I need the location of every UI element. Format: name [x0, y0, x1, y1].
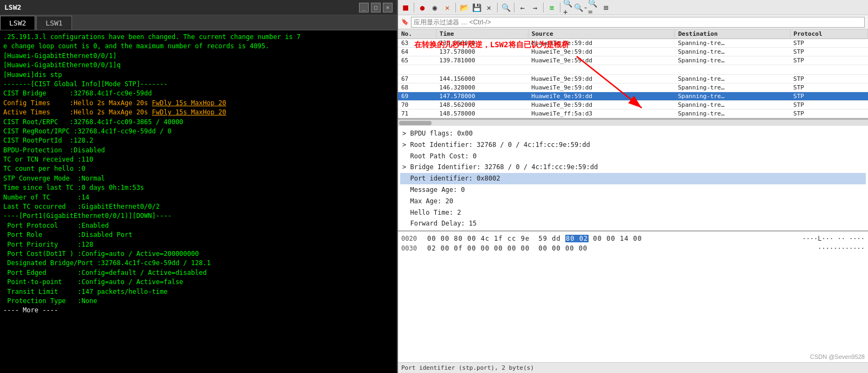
- packet-list: No. Time Source Destination Protocol 631…: [398, 29, 868, 119]
- table-row[interactable]: 63135.390000HuaweiTe_9e:59:ddSpanning-tr…: [398, 39, 868, 48]
- detail-line: Message Age: 0: [400, 184, 866, 196]
- window-controls: _ □ ✕: [359, 3, 393, 12]
- zoom-reset-icon[interactable]: 🔍=: [588, 2, 599, 13]
- watermark: CSDN @Seven9528: [810, 353, 865, 360]
- terminal-line: Transit Limit :147 packets/hello-time: [3, 287, 394, 297]
- wireshark-toolbar: ■ ● ◉ ✕ 📂 💾 ✕ 🔍 ← → ≡ 🔍+ 🔍- 🔍= ⊞: [398, 0, 868, 15]
- terminal-line: CIST RootPortId :128.2: [3, 136, 394, 145]
- table-row[interactable]: 68146.328000HuaweiTe_9e:59:ddSpanning-tr…: [398, 83, 868, 92]
- terminal-line: Port Cost(Dot1T ) :Config=auto / Active=…: [3, 249, 394, 259]
- toolbar-separator: [414, 3, 414, 12]
- terminal-line: [Huawei-GigabitEthernet0/0/1]: [3, 52, 394, 61]
- col-no: No.: [398, 29, 436, 39]
- terminal-output: .25.191.3.l configurations have been cha…: [0, 30, 397, 373]
- tab-lsw2[interactable]: LSW2: [0, 16, 35, 30]
- open-icon[interactable]: 📂: [459, 2, 469, 13]
- table-row[interactable]: 69147.578000HuaweiTe_9e:59:ddSpanning-tr…: [398, 92, 868, 101]
- detail-line: > Root Identifier: 32768 / 0 / 4c:1f:cc:…: [400, 139, 866, 151]
- record-icon[interactable]: ●: [417, 2, 428, 13]
- table-row[interactable]: 65139.781000HuaweiTe_9e:59:ddSpanning-tr…: [398, 56, 868, 65]
- terminal-line: [Huawei-GigabitEthernet0/0/1]q: [3, 61, 394, 70]
- maximize-button[interactable]: □: [371, 3, 381, 12]
- terminal-line: [Huawei]dis stp: [3, 70, 394, 80]
- hex-dump: 0020 00 00 80 00 4c 1f cc 9e 59 dd 80 02…: [398, 231, 868, 362]
- terminal-line: CIST Root/ERPC :32768.4c1f-cc09-3865 / 4…: [3, 118, 394, 127]
- color-rules-icon[interactable]: ≡: [546, 2, 557, 13]
- terminal-line: Number of TC :14: [3, 193, 394, 202]
- toolbar-separator2: [455, 3, 456, 12]
- col-protocol: Protocol: [790, 29, 867, 39]
- table-row[interactable]: [398, 65, 868, 75]
- scrollbar-thumb[interactable]: [399, 121, 432, 125]
- packet-list-container: No. Time Source Destination Protocol 631…: [398, 29, 868, 119]
- terminal-line: Port Role :Disabled Port: [3, 230, 394, 240]
- filter-bar: 🔖: [398, 15, 868, 29]
- window-title: LSW2: [4, 3, 21, 11]
- status-text: Port identifier (stp.port), 2 byte(s): [401, 364, 534, 371]
- terminal-line: TC count per hello :0: [3, 164, 394, 173]
- terminal-line: Active Times :Hello 2s MaxAge 20s FwDly …: [3, 108, 394, 117]
- toolbar-separator4: [514, 3, 514, 12]
- detail-line: > BPDU flags: 0x00: [400, 128, 866, 139]
- terminal-line: TC or TCN received :110: [3, 155, 394, 164]
- packet-detail: > BPDU flags: 0x00> Root Identifier: 327…: [398, 126, 868, 231]
- terminal-line: Designated Bridge/Port :32768.4c1f-cc9e-…: [3, 259, 394, 268]
- packet-table: No. Time Source Destination Protocol 631…: [398, 29, 868, 118]
- zoom-in-icon[interactable]: 🔍+: [563, 2, 574, 13]
- left-terminal-panel: LSW2 _ □ ✕ LSW2 LSW1 .25.191.3.l configu…: [0, 0, 398, 373]
- terminal-line: Point-to-point :Config=auto / Active=fal…: [3, 278, 394, 287]
- wireshark-panel: ■ ● ◉ ✕ 📂 💾 ✕ 🔍 ← → ≡ 🔍+ 🔍- 🔍= ⊞ 🔖: [398, 0, 868, 373]
- restart-icon[interactable]: ◉: [429, 2, 440, 13]
- forward-icon[interactable]: →: [530, 2, 540, 13]
- terminal-line: CIST RegRoot/IRPC :32768.4c1f-cc9e-59dd …: [3, 127, 394, 136]
- close-button[interactable]: ✕: [383, 3, 393, 12]
- save-icon[interactable]: 💾: [471, 2, 482, 13]
- tab-lsw1[interactable]: LSW1: [36, 16, 71, 30]
- hex-row-0030: 0030 02 00 0f 00 00 00 00 00 00 00 00 00…: [401, 243, 865, 253]
- horizontal-scrollbar[interactable]: [398, 119, 868, 126]
- terminal-line: ----[Port1(GigabitEthernet0/0/1)][DOWN]-…: [3, 211, 394, 221]
- terminal-line: Port Edged :Config=default / Active=disa…: [3, 268, 394, 278]
- toolbar-separator6: [560, 3, 560, 12]
- terminal-line: Protection Type :None: [3, 297, 394, 306]
- table-row[interactable]: 67144.156000HuaweiTe_9e:59:ddSpanning-tr…: [398, 75, 868, 83]
- toolbar-separator3: [497, 3, 498, 12]
- terminal-line: Config Times :Hello 2s MaxAge 20s FwDly …: [3, 99, 394, 108]
- detail-line: Max Age: 20: [400, 196, 866, 207]
- back-icon[interactable]: ←: [517, 2, 528, 13]
- col-source: Source: [528, 29, 675, 39]
- terminal-line: Time since last TC :0 days 0h:1m:53s: [3, 183, 394, 192]
- detail-line: Port identifier: 0x8002: [400, 173, 866, 184]
- toolbar-separator5: [543, 3, 544, 12]
- stop2-icon[interactable]: ✕: [442, 2, 453, 13]
- search-icon[interactable]: 🔍: [500, 2, 511, 13]
- tab-bar: LSW2 LSW1: [0, 15, 397, 30]
- wireshark-status: Port identifier (stp.port), 2 byte(s): [398, 362, 868, 373]
- table-row[interactable]: 71148.578000HuaweiTe_ff:5a:d3Spanning-tr…: [398, 110, 868, 118]
- table-row[interactable]: 70148.562000HuaweiTe_9e:59:ddSpanning-tr…: [398, 101, 868, 110]
- detail-line: Hello Time: 2: [400, 207, 866, 218]
- col-time: Time: [436, 29, 528, 39]
- zoom-full-icon[interactable]: ⊞: [601, 2, 611, 13]
- filter-input[interactable]: [411, 17, 865, 28]
- detail-line: > Bridge Identifier: 32768 / 0 / 4c:1f:c…: [400, 162, 866, 173]
- table-header: No. Time Source Destination Protocol: [398, 29, 868, 39]
- table-row[interactable]: 64137.578000HuaweiTe_9e:59:ddSpanning-tr…: [398, 48, 868, 56]
- col-destination: Destination: [675, 29, 790, 39]
- terminal-line: Port Protocol :Enabled: [3, 221, 394, 230]
- detail-line: Root Path Cost: 0: [400, 151, 866, 162]
- close2-icon[interactable]: ✕: [484, 2, 494, 13]
- terminal-line: ---- More ----: [3, 306, 394, 315]
- zoom-out-icon[interactable]: 🔍-: [576, 2, 586, 13]
- detail-line: Forward Delay: 15: [400, 218, 866, 229]
- filter-icon: 🔖: [401, 18, 409, 25]
- terminal-line: .25.191.3.l configurations have been cha…: [3, 33, 394, 42]
- terminal-line: -------[CIST Global Info][Mode STP]-----…: [3, 80, 394, 89]
- stop-icon[interactable]: ■: [400, 2, 411, 13]
- terminal-line: BPDU-Protection :Disabled: [3, 146, 394, 155]
- terminal-line: CIST Bridge :32768.4c1f-cc9e-59dd: [3, 89, 394, 98]
- terminal-line: Port Priority :128: [3, 240, 394, 249]
- terminal-line: e change loop count is 0, and the maximu…: [3, 42, 394, 51]
- minimize-button[interactable]: _: [359, 3, 369, 12]
- terminal-line: STP Converge Mode :Normal: [3, 174, 394, 183]
